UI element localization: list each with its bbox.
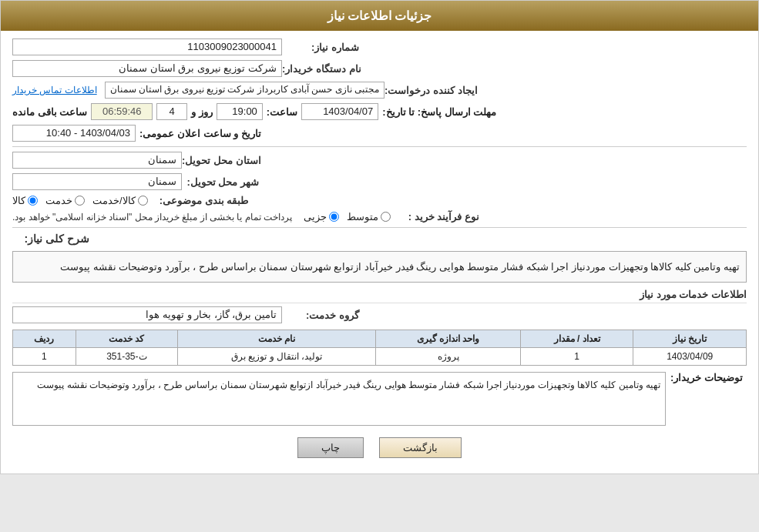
page-title: جزئیات اطلاعات نیاز bbox=[327, 9, 432, 22]
shahr-tahvil-label: شهر محل تحویل: bbox=[182, 176, 259, 188]
noe-jozii-item: جزیی bbox=[304, 211, 339, 223]
tabaqe-label: طبقه بندی موضوعی: bbox=[160, 195, 249, 206]
daststgah-value: شرکت توزیع نیروی برق استان سمنان bbox=[12, 60, 282, 77]
tarikh-aalan-value: 1403/04/03 - 10:40 bbox=[12, 125, 136, 142]
noe-farayand-row: نوع فرآیند خرید : متوسط جزیی پرداخت تمام… bbox=[12, 211, 747, 223]
sharh-title-row: شرح کلی نیاز: bbox=[12, 233, 747, 245]
ijad-konande-label: ایجاد کننده درخواست: bbox=[385, 85, 478, 96]
col-name: نام خدمت bbox=[177, 330, 375, 348]
noe-farayand-radio-group: متوسط جزیی bbox=[304, 211, 391, 223]
shahr-tahvil-value: سمنان bbox=[12, 173, 182, 190]
ostan-tahvil-label: استان محل تحویل: bbox=[182, 155, 261, 166]
cell-vahed: پروژه bbox=[376, 348, 521, 366]
ijad-konande-row: ایجاد کننده درخواست: مجتبی نازی حسن آباد… bbox=[12, 82, 747, 99]
sharh-box: تهیه وتامین کلیه کالاها وتجهیزات موردنیا… bbox=[12, 251, 747, 283]
cell-kod: ت-35-351 bbox=[76, 348, 177, 366]
table-row: 1403/04/091پروژهتولید، انتقال و توزیع بر… bbox=[13, 348, 747, 366]
sharh-label: شرح کلی نیاز: bbox=[12, 233, 89, 245]
daststgah-row: نام دستگاه خریدار: شرکت توزیع نیروی برق … bbox=[12, 60, 747, 77]
shomare-niaz-row: شماره نیاز: 1103009023000041 bbox=[12, 38, 747, 55]
gorohe-row: گروه خدمت: تامین برق، گاز، بخار و تهویه … bbox=[12, 306, 747, 323]
tawzih-label: توضیحات خریدار: bbox=[666, 372, 743, 383]
mohlet-time-label: ساعت: bbox=[267, 106, 297, 118]
process-note: پرداخت تمام یا بخشی از مبلغ خریداز محل "… bbox=[12, 212, 292, 223]
tabaqe-kala-radio[interactable] bbox=[28, 196, 38, 206]
shomare-niaz-label: شماره نیاز: bbox=[282, 42, 359, 53]
contact-link[interactable]: اطلاعات تماس خریدار bbox=[12, 85, 97, 95]
ijad-konande-value: مجتبی نازی حسن آبادی کاربرداز شرکت توزیع… bbox=[105, 82, 385, 99]
service-table: تاریخ نیاز تعداد / مقدار واحد اندازه گیر… bbox=[12, 330, 747, 366]
mohlet-days-label: روز و bbox=[191, 106, 213, 118]
noe-jozii-radio[interactable] bbox=[329, 212, 339, 222]
noe-motevaset-label: متوسط bbox=[347, 211, 378, 223]
noe-farayand-label: نوع فرآیند خرید : bbox=[402, 211, 479, 223]
tabaqe-kala-khadamat-item: کالا/خدمت bbox=[92, 195, 148, 206]
tabaqe-row: طبقه بندی موضوعی: کالا/خدمت خدمت کالا bbox=[12, 195, 747, 206]
tarikh-aalan-label: تاریخ و ساعت اعلان عمومی: bbox=[139, 128, 261, 139]
cell-tarikh: 1403/04/09 bbox=[633, 348, 747, 366]
khadamat-section-title: اطلاعات خدمات مورد نیاز bbox=[12, 289, 747, 303]
mohlet-time: 19:00 bbox=[217, 103, 263, 120]
mohlet-row: مهلت ارسال پاسخ: تا تاریخ: 1403/04/07 سا… bbox=[12, 103, 747, 120]
shomare-niaz-value: 1103009023000041 bbox=[12, 38, 282, 55]
mohlet-remain-label: ساعت باقی مانده bbox=[12, 106, 87, 118]
table-header-row: تاریخ نیاز تعداد / مقدار واحد اندازه گیر… bbox=[13, 330, 747, 348]
buttons-row: بازگشت چاپ bbox=[12, 437, 747, 458]
col-kod: کد خدمت bbox=[76, 330, 177, 348]
noe-jozii-label: جزیی bbox=[304, 211, 327, 223]
mohlet-remain: 06:59:46 bbox=[91, 103, 153, 120]
back-button[interactable]: بازگشت bbox=[379, 437, 462, 458]
gorohe-label: گروه خدمت: bbox=[282, 309, 359, 321]
tawzih-row: توضیحات خریدار: تهیه وتامین کلیه کالاها … bbox=[12, 372, 747, 426]
col-tedad: تعداد / مقدار bbox=[520, 330, 633, 348]
tawzih-box: تهیه وتامین کلیه کالاها وتجهیزات موردنیا… bbox=[12, 372, 666, 426]
col-vahed: واحد اندازه گیری bbox=[376, 330, 521, 348]
tabaqe-kala-item: کالا bbox=[12, 195, 38, 206]
shahr-tahvil-row: شهر محل تحویل: سمنان bbox=[12, 173, 747, 190]
ostan-tahvil-row: استان محل تحویل: سمنان bbox=[12, 152, 747, 169]
sharh-value: تهیه وتامین کلیه کالاها وتجهیزات موردنیا… bbox=[60, 261, 740, 273]
content-area: شماره نیاز: 1103009023000041 نام دستگاه … bbox=[1, 31, 758, 473]
tabaqe-khadamat-label: خدمت bbox=[45, 195, 72, 206]
print-button[interactable]: چاپ bbox=[297, 437, 364, 458]
col-radif: ردیف bbox=[13, 330, 76, 348]
tabaqe-kala-khadamat-label: کالا/خدمت bbox=[92, 195, 136, 206]
cell-tedad: 1 bbox=[520, 348, 633, 366]
ostan-tahvil-value: سمنان bbox=[12, 152, 182, 169]
page-header: جزئیات اطلاعات نیاز bbox=[1, 1, 758, 31]
tabaqe-radio-group: کالا/خدمت خدمت کالا bbox=[12, 195, 148, 206]
mohlet-date: 1403/04/07 bbox=[301, 103, 378, 120]
cell-radif: 1 bbox=[13, 348, 76, 366]
col-tarikh: تاریخ نیاز bbox=[633, 330, 747, 348]
mohlet-label: مهلت ارسال پاسخ: تا تاریخ: bbox=[382, 106, 496, 118]
main-container: جزئیات اطلاعات نیاز شماره نیاز: 11030090… bbox=[0, 0, 759, 474]
cell-name: تولید، انتقال و توزیع برق bbox=[177, 348, 375, 366]
noe-motevaset-radio[interactable] bbox=[381, 212, 391, 222]
daststgah-label: نام دستگاه خریدار: bbox=[282, 63, 361, 75]
tarikh-aalan-row: تاریخ و ساعت اعلان عمومی: 1403/04/03 - 1… bbox=[12, 125, 747, 142]
tabaqe-khadamat-item: خدمت bbox=[45, 195, 85, 206]
noe-motevaset-item: متوسط bbox=[347, 211, 391, 223]
tabaqe-khadamat-radio[interactable] bbox=[75, 196, 85, 206]
gorohe-value: تامین برق، گاز، بخار و تهویه هوا bbox=[12, 306, 282, 323]
tabaqe-kala-label: کالا bbox=[12, 195, 25, 206]
tabaqe-kala-khadamat-radio[interactable] bbox=[138, 196, 148, 206]
tawzih-value: تهیه وتامین کلیه کالاها وتجهیزات موردنیا… bbox=[37, 380, 660, 390]
mohlet-days: 4 bbox=[156, 103, 187, 120]
